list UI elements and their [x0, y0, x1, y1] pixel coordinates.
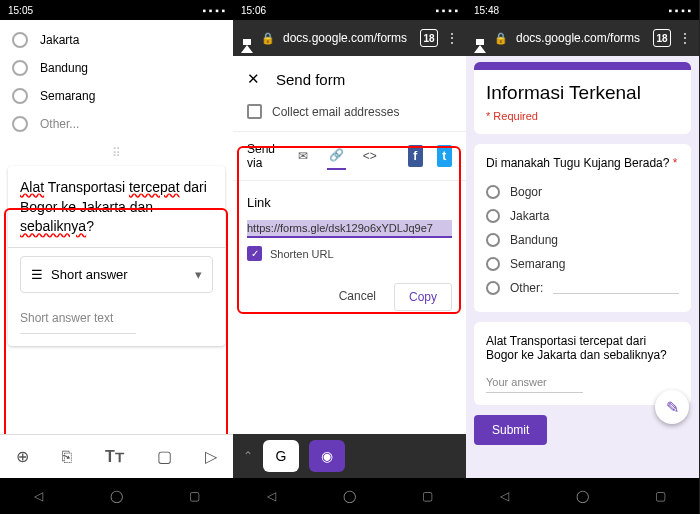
option-label: Other...: [40, 117, 79, 131]
recents-icon[interactable]: ▢: [419, 488, 435, 504]
menu-icon[interactable]: ⋮: [679, 31, 691, 45]
radio-option[interactable]: Bogor: [486, 180, 679, 204]
question-card-2: Alat Transportasi tercepat dari Bogor ke…: [474, 322, 691, 405]
radio-icon: [12, 88, 28, 104]
drag-handle-icon[interactable]: ⠿: [0, 144, 233, 162]
back-icon[interactable]: ◁: [31, 488, 47, 504]
dialog-title: Send form: [276, 71, 345, 88]
browser-home-icon[interactable]: [241, 31, 253, 45]
mini-tab-active[interactable]: ◉: [309, 440, 345, 472]
option-item[interactable]: Bandung: [12, 54, 221, 82]
url-text[interactable]: docs.google.com/forms: [283, 31, 412, 45]
radio-icon: [486, 257, 500, 271]
tab-count[interactable]: 18: [420, 29, 438, 47]
radio-option[interactable]: Semarang: [486, 252, 679, 276]
answer-input[interactable]: Your answer: [486, 372, 583, 393]
menu-icon[interactable]: ⋮: [446, 31, 458, 45]
add-image-icon[interactable]: ▢: [157, 447, 172, 466]
collect-email-row[interactable]: Collect email addresses: [233, 98, 466, 131]
embed-tab-icon[interactable]: <>: [360, 142, 379, 170]
expand-icon[interactable]: ⌃: [243, 449, 253, 463]
browser-bar: 🔒 docs.google.com/forms 18 ⋮: [466, 20, 699, 56]
add-title-icon[interactable]: Tᴛ: [105, 447, 124, 466]
android-nav: ◁ ◯ ▢: [466, 478, 699, 514]
other-input[interactable]: [553, 282, 679, 294]
import-icon[interactable]: ⎘: [62, 448, 72, 466]
short-answer-icon: ☰: [31, 267, 43, 282]
browser-home-icon[interactable]: [474, 31, 486, 45]
add-video-icon[interactable]: ▷: [205, 447, 217, 466]
shorten-url-row[interactable]: ✓ Shorten URL: [247, 246, 452, 261]
status-icons: ▪ ▪ ▪ ▪: [668, 5, 691, 16]
browser-bar: 🔒 docs.google.com/forms 18 ⋮: [233, 20, 466, 56]
radio-icon: [12, 32, 28, 48]
option-label: Bandung: [40, 61, 88, 75]
link-label: Link: [247, 195, 452, 210]
question-card-1: Di manakah Tugu Kujang Berada? * Bogor J…: [474, 144, 691, 312]
radio-icon: [486, 281, 500, 295]
facebook-icon[interactable]: f: [408, 145, 423, 167]
home-icon[interactable]: ◯: [341, 488, 357, 504]
option-item[interactable]: Other...: [12, 110, 221, 138]
status-bar: 15:48 ▪ ▪ ▪ ▪: [466, 0, 699, 20]
type-label: Short answer: [51, 267, 128, 282]
link-section: Link https://forms.gle/dsk129o6xYDLJq9e7…: [233, 181, 466, 275]
collect-label: Collect email addresses: [272, 105, 399, 119]
option-label: Semarang: [40, 89, 95, 103]
add-question-icon[interactable]: ⊕: [16, 447, 29, 466]
edit-fab[interactable]: ✎: [655, 390, 689, 424]
back-icon[interactable]: ◁: [497, 488, 513, 504]
twitter-icon[interactable]: t: [437, 145, 452, 167]
dialog-buttons: Cancel Copy: [233, 275, 466, 319]
radio-icon: [486, 233, 500, 247]
option-label: Jakarta: [40, 33, 79, 47]
back-icon[interactable]: ◁: [264, 488, 280, 504]
question-title[interactable]: Alat Transportasi tercepat dari Bogor ke…: [20, 178, 213, 237]
option-item[interactable]: Jakarta: [12, 26, 221, 54]
form-header-card: Informasi Terkenal * Required: [474, 62, 691, 134]
radio-icon: [12, 60, 28, 76]
link-tab-icon[interactable]: 🔗: [327, 142, 346, 170]
copy-button[interactable]: Copy: [394, 283, 452, 311]
submit-button[interactable]: Submit: [474, 415, 547, 445]
home-icon[interactable]: ◯: [574, 488, 590, 504]
radio-option[interactable]: Jakarta: [486, 204, 679, 228]
short-answer-placeholder: Short answer text: [20, 303, 136, 334]
question-type-select[interactable]: ☰ Short answer ▾: [20, 256, 213, 293]
send-via-label: Send via: [247, 142, 279, 170]
tab-count[interactable]: 18: [653, 29, 671, 47]
send-dialog: ✕ Send form Collect email addresses Send…: [233, 56, 466, 434]
email-tab-icon[interactable]: ✉: [293, 142, 312, 170]
question-text: Di manakah Tugu Kujang Berada? *: [486, 156, 679, 170]
panel-editor: 15:05 ▪ ▪ ▪ ▪ Jakarta Bandung Semarang O…: [0, 0, 233, 514]
dialog-header: ✕ Send form: [233, 56, 466, 98]
recents-icon[interactable]: ▢: [186, 488, 202, 504]
status-bar: 15:06 ▪ ▪ ▪ ▪: [233, 0, 466, 20]
close-icon[interactable]: ✕: [247, 70, 260, 88]
url-text[interactable]: docs.google.com/forms: [516, 31, 645, 45]
option-list: Jakarta Bandung Semarang Other...: [0, 20, 233, 144]
browser-tabs-bar: ⌃ G ◉: [233, 434, 466, 478]
divider: [8, 247, 225, 248]
lock-icon: 🔒: [494, 32, 508, 45]
radio-icon: [486, 185, 500, 199]
option-item[interactable]: Semarang: [12, 82, 221, 110]
question-card[interactable]: Alat Transportasi tercepat dari Bogor ke…: [8, 166, 225, 346]
send-via-tabs: Send via ✉ 🔗 <> f t: [233, 131, 466, 181]
radio-option[interactable]: Bandung: [486, 228, 679, 252]
recents-icon[interactable]: ▢: [652, 488, 668, 504]
status-bar: 15:05 ▪ ▪ ▪ ▪: [0, 0, 233, 20]
checkbox-icon[interactable]: [247, 104, 262, 119]
panel-preview: 15:48 ▪ ▪ ▪ ▪ 🔒 docs.google.com/forms 18…: [466, 0, 699, 514]
radio-option-other[interactable]: Other:: [486, 276, 679, 300]
checkbox-checked-icon[interactable]: ✓: [247, 246, 262, 261]
link-input[interactable]: https://forms.gle/dsk129o6xYDLJq9e7: [247, 220, 452, 238]
form-preview: Informasi Terkenal * Required Di manakah…: [466, 56, 699, 478]
status-icons: ▪ ▪ ▪ ▪: [202, 5, 225, 16]
cancel-button[interactable]: Cancel: [329, 283, 386, 311]
shorten-label: Shorten URL: [270, 248, 334, 260]
mini-tab[interactable]: G: [263, 440, 299, 472]
question-text: Alat Transportasi tercepat dari Bogor ke…: [486, 334, 679, 362]
android-nav: ◁ ◯ ▢: [0, 478, 233, 514]
home-icon[interactable]: ◯: [108, 488, 124, 504]
